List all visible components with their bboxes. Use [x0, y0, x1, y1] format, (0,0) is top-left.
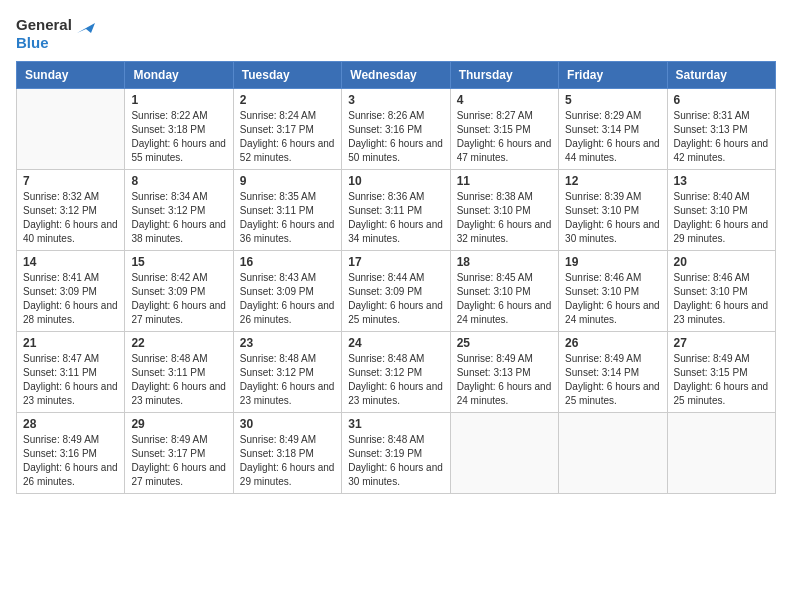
- calendar-cell: 25Sunrise: 8:49 AMSunset: 3:13 PMDayligh…: [450, 332, 558, 413]
- day-info: Sunrise: 8:36 AMSunset: 3:11 PMDaylight:…: [348, 190, 443, 246]
- day-number: 16: [240, 255, 335, 269]
- day-number: 15: [131, 255, 226, 269]
- calendar-week-2: 7Sunrise: 8:32 AMSunset: 3:12 PMDaylight…: [17, 170, 776, 251]
- day-info: Sunrise: 8:26 AMSunset: 3:16 PMDaylight:…: [348, 109, 443, 165]
- day-number: 20: [674, 255, 769, 269]
- calendar-cell: 15Sunrise: 8:42 AMSunset: 3:09 PMDayligh…: [125, 251, 233, 332]
- calendar-cell: 28Sunrise: 8:49 AMSunset: 3:16 PMDayligh…: [17, 413, 125, 494]
- day-number: 12: [565, 174, 660, 188]
- day-info: Sunrise: 8:48 AMSunset: 3:12 PMDaylight:…: [348, 352, 443, 408]
- day-info: Sunrise: 8:48 AMSunset: 3:12 PMDaylight:…: [240, 352, 335, 408]
- calendar-cell: 8Sunrise: 8:34 AMSunset: 3:12 PMDaylight…: [125, 170, 233, 251]
- calendar-table: SundayMondayTuesdayWednesdayThursdayFrid…: [16, 61, 776, 494]
- calendar-cell: [667, 413, 775, 494]
- day-info: Sunrise: 8:29 AMSunset: 3:14 PMDaylight:…: [565, 109, 660, 165]
- day-number: 28: [23, 417, 118, 431]
- calendar-cell: 10Sunrise: 8:36 AMSunset: 3:11 PMDayligh…: [342, 170, 450, 251]
- day-info: Sunrise: 8:49 AMSunset: 3:16 PMDaylight:…: [23, 433, 118, 489]
- day-number: 6: [674, 93, 769, 107]
- day-info: Sunrise: 8:45 AMSunset: 3:10 PMDaylight:…: [457, 271, 552, 327]
- day-header-friday: Friday: [559, 62, 667, 89]
- calendar-cell: [17, 89, 125, 170]
- day-info: Sunrise: 8:43 AMSunset: 3:09 PMDaylight:…: [240, 271, 335, 327]
- day-number: 19: [565, 255, 660, 269]
- day-number: 10: [348, 174, 443, 188]
- day-number: 1: [131, 93, 226, 107]
- calendar-cell: 18Sunrise: 8:45 AMSunset: 3:10 PMDayligh…: [450, 251, 558, 332]
- day-number: 11: [457, 174, 552, 188]
- calendar-cell: 21Sunrise: 8:47 AMSunset: 3:11 PMDayligh…: [17, 332, 125, 413]
- calendar-cell: 7Sunrise: 8:32 AMSunset: 3:12 PMDaylight…: [17, 170, 125, 251]
- day-number: 9: [240, 174, 335, 188]
- day-number: 24: [348, 336, 443, 350]
- day-number: 4: [457, 93, 552, 107]
- calendar-cell: 13Sunrise: 8:40 AMSunset: 3:10 PMDayligh…: [667, 170, 775, 251]
- calendar-cell: 20Sunrise: 8:46 AMSunset: 3:10 PMDayligh…: [667, 251, 775, 332]
- calendar-cell: 12Sunrise: 8:39 AMSunset: 3:10 PMDayligh…: [559, 170, 667, 251]
- day-info: Sunrise: 8:48 AMSunset: 3:11 PMDaylight:…: [131, 352, 226, 408]
- logo-bird-icon: [77, 19, 95, 33]
- calendar-cell: 11Sunrise: 8:38 AMSunset: 3:10 PMDayligh…: [450, 170, 558, 251]
- day-info: Sunrise: 8:22 AMSunset: 3:18 PMDaylight:…: [131, 109, 226, 165]
- day-number: 2: [240, 93, 335, 107]
- day-info: Sunrise: 8:24 AMSunset: 3:17 PMDaylight:…: [240, 109, 335, 165]
- calendar-cell: 5Sunrise: 8:29 AMSunset: 3:14 PMDaylight…: [559, 89, 667, 170]
- day-info: Sunrise: 8:27 AMSunset: 3:15 PMDaylight:…: [457, 109, 552, 165]
- logo-general: General: [16, 16, 72, 33]
- day-info: Sunrise: 8:32 AMSunset: 3:12 PMDaylight:…: [23, 190, 118, 246]
- day-info: Sunrise: 8:42 AMSunset: 3:09 PMDaylight:…: [131, 271, 226, 327]
- day-info: Sunrise: 8:48 AMSunset: 3:19 PMDaylight:…: [348, 433, 443, 489]
- day-number: 21: [23, 336, 118, 350]
- calendar-cell: 31Sunrise: 8:48 AMSunset: 3:19 PMDayligh…: [342, 413, 450, 494]
- calendar-header-row: SundayMondayTuesdayWednesdayThursdayFrid…: [17, 62, 776, 89]
- day-number: 17: [348, 255, 443, 269]
- day-number: 30: [240, 417, 335, 431]
- calendar-cell: 26Sunrise: 8:49 AMSunset: 3:14 PMDayligh…: [559, 332, 667, 413]
- day-number: 25: [457, 336, 552, 350]
- calendar-cell: 2Sunrise: 8:24 AMSunset: 3:17 PMDaylight…: [233, 89, 341, 170]
- svg-marker-0: [77, 23, 95, 33]
- logo-blue: Blue: [16, 34, 49, 51]
- day-number: 13: [674, 174, 769, 188]
- calendar-week-1: 1Sunrise: 8:22 AMSunset: 3:18 PMDaylight…: [17, 89, 776, 170]
- calendar-cell: 16Sunrise: 8:43 AMSunset: 3:09 PMDayligh…: [233, 251, 341, 332]
- day-info: Sunrise: 8:38 AMSunset: 3:10 PMDaylight:…: [457, 190, 552, 246]
- day-number: 23: [240, 336, 335, 350]
- day-number: 29: [131, 417, 226, 431]
- day-info: Sunrise: 8:40 AMSunset: 3:10 PMDaylight:…: [674, 190, 769, 246]
- day-info: Sunrise: 8:49 AMSunset: 3:18 PMDaylight:…: [240, 433, 335, 489]
- calendar-week-3: 14Sunrise: 8:41 AMSunset: 3:09 PMDayligh…: [17, 251, 776, 332]
- day-info: Sunrise: 8:49 AMSunset: 3:15 PMDaylight:…: [674, 352, 769, 408]
- calendar-cell: 29Sunrise: 8:49 AMSunset: 3:17 PMDayligh…: [125, 413, 233, 494]
- calendar-week-4: 21Sunrise: 8:47 AMSunset: 3:11 PMDayligh…: [17, 332, 776, 413]
- day-info: Sunrise: 8:46 AMSunset: 3:10 PMDaylight:…: [565, 271, 660, 327]
- day-info: Sunrise: 8:49 AMSunset: 3:13 PMDaylight:…: [457, 352, 552, 408]
- day-header-saturday: Saturday: [667, 62, 775, 89]
- day-number: 27: [674, 336, 769, 350]
- day-info: Sunrise: 8:44 AMSunset: 3:09 PMDaylight:…: [348, 271, 443, 327]
- day-number: 7: [23, 174, 118, 188]
- calendar-cell: [450, 413, 558, 494]
- day-header-monday: Monday: [125, 62, 233, 89]
- calendar-cell: 3Sunrise: 8:26 AMSunset: 3:16 PMDaylight…: [342, 89, 450, 170]
- day-info: Sunrise: 8:47 AMSunset: 3:11 PMDaylight:…: [23, 352, 118, 408]
- day-info: Sunrise: 8:34 AMSunset: 3:12 PMDaylight:…: [131, 190, 226, 246]
- calendar-cell: 4Sunrise: 8:27 AMSunset: 3:15 PMDaylight…: [450, 89, 558, 170]
- logo: General Blue: [16, 16, 95, 51]
- day-number: 14: [23, 255, 118, 269]
- day-info: Sunrise: 8:49 AMSunset: 3:17 PMDaylight:…: [131, 433, 226, 489]
- calendar-cell: 17Sunrise: 8:44 AMSunset: 3:09 PMDayligh…: [342, 251, 450, 332]
- day-info: Sunrise: 8:46 AMSunset: 3:10 PMDaylight:…: [674, 271, 769, 327]
- day-number: 26: [565, 336, 660, 350]
- day-header-sunday: Sunday: [17, 62, 125, 89]
- day-info: Sunrise: 8:35 AMSunset: 3:11 PMDaylight:…: [240, 190, 335, 246]
- calendar-cell: 23Sunrise: 8:48 AMSunset: 3:12 PMDayligh…: [233, 332, 341, 413]
- calendar-cell: 6Sunrise: 8:31 AMSunset: 3:13 PMDaylight…: [667, 89, 775, 170]
- day-header-wednesday: Wednesday: [342, 62, 450, 89]
- day-number: 18: [457, 255, 552, 269]
- day-number: 3: [348, 93, 443, 107]
- calendar-cell: 22Sunrise: 8:48 AMSunset: 3:11 PMDayligh…: [125, 332, 233, 413]
- logo-wordmark: General Blue: [16, 16, 95, 51]
- day-number: 22: [131, 336, 226, 350]
- day-info: Sunrise: 8:49 AMSunset: 3:14 PMDaylight:…: [565, 352, 660, 408]
